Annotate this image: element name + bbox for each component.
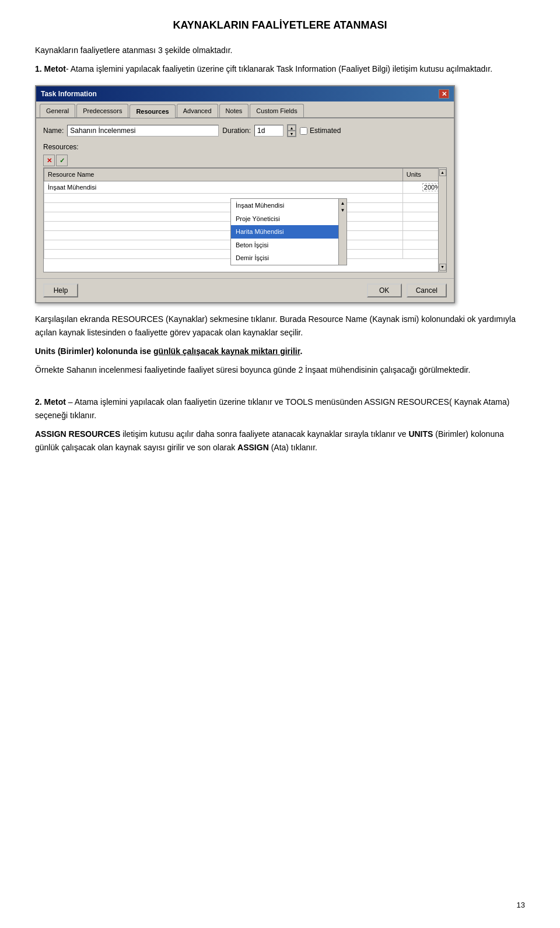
resource-name-cell[interactable]: İnşaat Mühendisi (44, 181, 403, 194)
page-title: KAYNAKLARIN FAALİYETLERE ATANMASI (35, 17, 525, 33)
task-information-dialog: Task Information ✕ General Predecessors … (35, 85, 455, 304)
estimated-checkbox[interactable] (300, 127, 307, 135)
table-row[interactable]: İnşaat Mühendisi 200% (44, 181, 446, 194)
dropdown-item-harita[interactable]: Harita Mühendisi (231, 225, 346, 239)
intro-paragraph: Kaynakların faaliyetlere atanması 3 şeki… (35, 44, 525, 57)
dropdown-item-demir[interactable]: Demir İşçisi (231, 251, 346, 265)
dialog-titlebar: Task Information ✕ (36, 86, 454, 101)
estimated-checkbox-row: Estimated (300, 125, 341, 136)
dialog-title: Task Information (41, 89, 97, 99)
resources-table-wrapper: Resource Name Units İnşaat Mühendisi 200… (43, 167, 447, 272)
dropdown-item-insaat[interactable]: İnşaat Mühendisi (231, 199, 346, 212)
name-label: Name: (43, 125, 64, 136)
dialog-close-button[interactable]: ✕ (439, 89, 449, 99)
tab-resources[interactable]: Resources (130, 104, 175, 118)
name-row: Name: Duration: ▲ ▼ Estimated (43, 124, 447, 137)
after-dialog-paragraph-1: Karşılaşılan ekranda RESOURCES (Kaynakla… (35, 313, 525, 339)
dialog-footer: Help OK Cancel (36, 278, 454, 302)
duration-spinner: ▲ ▼ (287, 124, 296, 137)
dialog-content: Name: Duration: ▲ ▼ Estimated Resources:… (36, 118, 454, 278)
tab-general[interactable]: General (40, 104, 75, 118)
tab-advanced[interactable]: Advanced (177, 104, 218, 118)
scroll-down-btn[interactable]: ▼ (439, 264, 446, 271)
resources-toolbar: ✕ ✓ (43, 155, 447, 166)
dropdown-item-beton[interactable]: Beton İşçisi (231, 239, 346, 252)
page-number: 13 (517, 899, 525, 911)
scroll-up-btn[interactable]: ▲ (439, 169, 446, 176)
dropdown-item-proje[interactable]: Proje Yöneticisi (231, 212, 346, 226)
tab-custom-fields[interactable]: Custom Fields (250, 104, 303, 118)
units-paragraph: Units (Birimler) kolonunda ise günlük ça… (35, 345, 525, 358)
ornekte-paragraph: Örnekte Sahanın incelenmesi faaliyetinde… (35, 363, 525, 376)
name-input[interactable] (67, 125, 219, 136)
col-resource-name: Resource Name (44, 169, 403, 181)
cancel-button[interactable]: Cancel (407, 283, 447, 297)
duration-input[interactable] (254, 125, 284, 136)
dialog-tabs: General Predecessors Resources Advanced … (36, 101, 454, 119)
ok-button[interactable]: OK (367, 283, 402, 297)
dropdown-scrollbar[interactable]: ▲ ▼ (338, 199, 346, 265)
spinner-up[interactable]: ▲ (288, 125, 296, 131)
table-scrollbar[interactable]: ▲ ▼ (438, 168, 446, 272)
assign-resources-paragraph: ASSIGN RESOURCES iletişim kutusu açılır … (35, 428, 525, 454)
method1-paragraph: 1. Metot- Atama işlemini yapılacak faali… (35, 62, 525, 75)
confirm-resource-button[interactable]: ✓ (56, 155, 68, 166)
method2-paragraph: 2. Metot – Atama işlemini yapılacak olan… (35, 395, 525, 422)
resource-dropdown[interactable]: İnşaat Mühendisi Proje Yöneticisi Harita… (230, 198, 347, 265)
estimated-label: Estimated (310, 125, 341, 136)
dialog-wrapper: Task Information ✕ General Predecessors … (35, 85, 525, 304)
tab-predecessors[interactable]: Predecessors (76, 104, 128, 118)
delete-resource-button[interactable]: ✕ (43, 155, 55, 166)
duration-label: Duration: (222, 125, 251, 136)
spinner-down[interactable]: ▼ (288, 131, 296, 136)
tab-notes[interactable]: Notes (219, 104, 249, 118)
help-button[interactable]: Help (43, 283, 78, 297)
resources-section-label: Resources: (43, 142, 447, 152)
footer-right-buttons: OK Cancel (367, 283, 447, 297)
